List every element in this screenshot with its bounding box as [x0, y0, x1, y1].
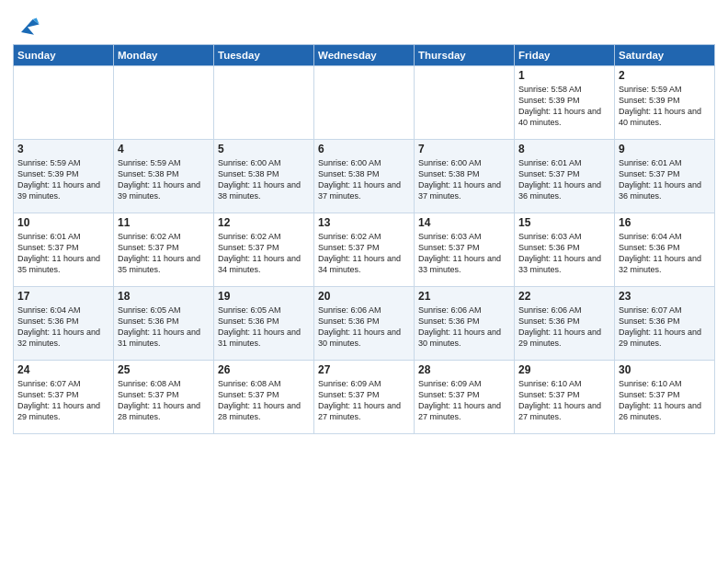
- day-info: Sunrise: 6:01 AMSunset: 5:37 PMDaylight:…: [619, 157, 711, 202]
- calendar-cell: 3Sunrise: 5:59 AMSunset: 5:39 PMDaylight…: [14, 140, 114, 213]
- day-of-week-header: Thursday: [415, 45, 515, 66]
- calendar-week-row: 10Sunrise: 6:01 AMSunset: 5:37 PMDayligh…: [14, 213, 715, 287]
- calendar-cell: [314, 66, 415, 140]
- calendar-cell: 5Sunrise: 6:00 AMSunset: 5:38 PMDaylight…: [214, 140, 314, 213]
- calendar-header-row: SundayMondayTuesdayWednesdayThursdayFrid…: [14, 45, 715, 66]
- calendar-cell: 10Sunrise: 6:01 AMSunset: 5:37 PMDayligh…: [14, 213, 114, 287]
- day-number: 29: [518, 363, 610, 376]
- day-info: Sunrise: 6:07 AMSunset: 5:37 PMDaylight:…: [17, 378, 109, 423]
- calendar-cell: [214, 66, 314, 140]
- calendar-cell: [415, 66, 515, 140]
- day-number: 24: [17, 363, 109, 376]
- day-info: Sunrise: 6:08 AMSunset: 5:37 PMDaylight:…: [118, 378, 210, 423]
- day-info: Sunrise: 6:07 AMSunset: 5:36 PMDaylight:…: [619, 304, 711, 350]
- calendar-cell: 26Sunrise: 6:08 AMSunset: 5:37 PMDayligh…: [214, 361, 314, 434]
- day-number: 9: [619, 143, 711, 155]
- calendar-cell: 24Sunrise: 6:07 AMSunset: 5:37 PMDayligh…: [14, 361, 114, 434]
- day-of-week-header: Saturday: [615, 45, 715, 66]
- day-number: 15: [518, 216, 610, 229]
- day-number: 12: [218, 216, 310, 229]
- calendar: SundayMondayTuesdayWednesdayThursdayFrid…: [13, 44, 715, 434]
- calendar-cell: 9Sunrise: 6:01 AMSunset: 5:37 PMDaylight…: [615, 140, 715, 213]
- day-info: Sunrise: 6:00 AMSunset: 5:38 PMDaylight:…: [218, 157, 310, 202]
- calendar-week-row: 17Sunrise: 6:04 AMSunset: 5:36 PMDayligh…: [14, 287, 715, 361]
- calendar-cell: 25Sunrise: 6:08 AMSunset: 5:37 PMDayligh…: [114, 361, 214, 434]
- day-number: 6: [318, 143, 410, 155]
- day-number: 4: [118, 143, 210, 155]
- day-info: Sunrise: 6:02 AMSunset: 5:37 PMDaylight:…: [218, 231, 310, 276]
- day-info: Sunrise: 6:02 AMSunset: 5:37 PMDaylight:…: [318, 231, 410, 276]
- day-info: Sunrise: 6:06 AMSunset: 5:36 PMDaylight:…: [318, 304, 410, 350]
- header: [13, 9, 715, 39]
- day-number: 11: [118, 216, 210, 229]
- day-info: Sunrise: 6:04 AMSunset: 5:36 PMDaylight:…: [17, 304, 109, 350]
- day-number: 20: [318, 290, 410, 303]
- day-number: 7: [418, 143, 510, 155]
- calendar-cell: 23Sunrise: 6:07 AMSunset: 5:36 PMDayligh…: [615, 287, 715, 361]
- day-of-week-header: Sunday: [14, 45, 114, 66]
- calendar-cell: 14Sunrise: 6:03 AMSunset: 5:37 PMDayligh…: [415, 213, 515, 287]
- day-of-week-header: Monday: [114, 45, 214, 66]
- day-info: Sunrise: 6:02 AMSunset: 5:37 PMDaylight:…: [118, 231, 210, 276]
- calendar-cell: 4Sunrise: 5:59 AMSunset: 5:38 PMDaylight…: [114, 140, 214, 213]
- calendar-cell: 1Sunrise: 5:58 AMSunset: 5:39 PMDaylight…: [515, 66, 615, 140]
- day-number: 19: [218, 290, 310, 303]
- day-info: Sunrise: 6:09 AMSunset: 5:37 PMDaylight:…: [318, 378, 410, 423]
- day-number: 1: [518, 69, 610, 82]
- calendar-cell: 27Sunrise: 6:09 AMSunset: 5:37 PMDayligh…: [314, 361, 415, 434]
- calendar-cell: 6Sunrise: 6:00 AMSunset: 5:38 PMDaylight…: [314, 140, 415, 213]
- calendar-cell: 12Sunrise: 6:02 AMSunset: 5:37 PMDayligh…: [214, 213, 314, 287]
- day-info: Sunrise: 6:06 AMSunset: 5:36 PMDaylight:…: [518, 304, 610, 350]
- calendar-cell: 19Sunrise: 6:05 AMSunset: 5:36 PMDayligh…: [214, 287, 314, 361]
- calendar-cell: [14, 66, 114, 140]
- day-number: 21: [418, 290, 510, 303]
- calendar-cell: 13Sunrise: 6:02 AMSunset: 5:37 PMDayligh…: [314, 213, 415, 287]
- calendar-cell: 16Sunrise: 6:04 AMSunset: 5:36 PMDayligh…: [615, 213, 715, 287]
- calendar-cell: 2Sunrise: 5:59 AMSunset: 5:39 PMDaylight…: [615, 66, 715, 140]
- day-info: Sunrise: 6:04 AMSunset: 5:36 PMDaylight:…: [619, 231, 711, 276]
- day-number: 10: [17, 216, 109, 229]
- day-number: 3: [17, 143, 109, 155]
- calendar-cell: 11Sunrise: 6:02 AMSunset: 5:37 PMDayligh…: [114, 213, 214, 287]
- day-number: 28: [418, 363, 510, 376]
- day-number: 23: [619, 290, 711, 303]
- day-number: 27: [318, 363, 410, 376]
- day-info: Sunrise: 5:59 AMSunset: 5:38 PMDaylight:…: [118, 157, 210, 202]
- calendar-cell: 29Sunrise: 6:10 AMSunset: 5:37 PMDayligh…: [515, 361, 615, 434]
- calendar-cell: 17Sunrise: 6:04 AMSunset: 5:36 PMDayligh…: [14, 287, 114, 361]
- calendar-cell: 8Sunrise: 6:01 AMSunset: 5:37 PMDaylight…: [515, 140, 615, 213]
- day-number: 18: [118, 290, 210, 303]
- day-info: Sunrise: 5:59 AMSunset: 5:39 PMDaylight:…: [17, 157, 109, 202]
- calendar-cell: 30Sunrise: 6:10 AMSunset: 5:37 PMDayligh…: [615, 361, 715, 434]
- day-number: 8: [518, 143, 610, 155]
- day-info: Sunrise: 6:00 AMSunset: 5:38 PMDaylight:…: [418, 157, 510, 202]
- calendar-cell: 22Sunrise: 6:06 AMSunset: 5:36 PMDayligh…: [515, 287, 615, 361]
- day-number: 22: [518, 290, 610, 303]
- day-info: Sunrise: 5:59 AMSunset: 5:39 PMDaylight:…: [619, 84, 711, 129]
- day-info: Sunrise: 6:01 AMSunset: 5:37 PMDaylight:…: [17, 231, 109, 276]
- calendar-week-row: 1Sunrise: 5:58 AMSunset: 5:39 PMDaylight…: [14, 66, 715, 140]
- day-info: Sunrise: 6:10 AMSunset: 5:37 PMDaylight:…: [619, 378, 711, 423]
- calendar-week-row: 3Sunrise: 5:59 AMSunset: 5:39 PMDaylight…: [14, 140, 715, 213]
- day-of-week-header: Tuesday: [214, 45, 314, 66]
- logo: [13, 13, 40, 39]
- day-of-week-header: Friday: [515, 45, 615, 66]
- day-number: 2: [619, 69, 711, 82]
- day-number: 13: [318, 216, 410, 229]
- day-info: Sunrise: 6:03 AMSunset: 5:37 PMDaylight:…: [418, 231, 510, 276]
- calendar-cell: 18Sunrise: 6:05 AMSunset: 5:36 PMDayligh…: [114, 287, 214, 361]
- calendar-week-row: 24Sunrise: 6:07 AMSunset: 5:37 PMDayligh…: [14, 361, 715, 434]
- calendar-cell: 7Sunrise: 6:00 AMSunset: 5:38 PMDaylight…: [415, 140, 515, 213]
- day-info: Sunrise: 6:09 AMSunset: 5:37 PMDaylight:…: [418, 378, 510, 423]
- day-info: Sunrise: 6:10 AMSunset: 5:37 PMDaylight:…: [518, 378, 610, 423]
- calendar-cell: 28Sunrise: 6:09 AMSunset: 5:37 PMDayligh…: [415, 361, 515, 434]
- page: SundayMondayTuesdayWednesdayThursdayFrid…: [0, 0, 728, 563]
- day-info: Sunrise: 6:01 AMSunset: 5:37 PMDaylight:…: [518, 157, 610, 202]
- calendar-cell: 20Sunrise: 6:06 AMSunset: 5:36 PMDayligh…: [314, 287, 415, 361]
- day-info: Sunrise: 6:05 AMSunset: 5:36 PMDaylight:…: [118, 304, 210, 350]
- logo-bird-icon: [15, 13, 40, 39]
- day-number: 30: [619, 363, 711, 376]
- day-info: Sunrise: 6:00 AMSunset: 5:38 PMDaylight:…: [318, 157, 410, 202]
- day-info: Sunrise: 6:06 AMSunset: 5:36 PMDaylight:…: [418, 304, 510, 350]
- day-info: Sunrise: 6:03 AMSunset: 5:36 PMDaylight:…: [518, 231, 610, 276]
